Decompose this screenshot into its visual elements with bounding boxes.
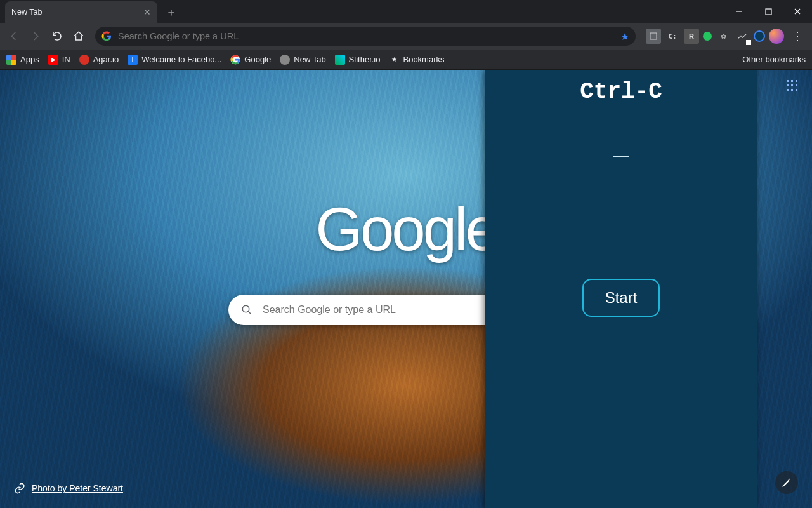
bookmark-label: Bookmarks <box>403 55 444 64</box>
bookmark-label: Slither.io <box>349 55 381 64</box>
extension-popup: Ctrl-C __ Start <box>485 70 757 508</box>
home-button[interactable] <box>70 27 88 45</box>
photo-credit-link[interactable]: Photo by Peter Stewart <box>32 483 123 493</box>
link-icon <box>14 483 25 494</box>
chrome-menu-button[interactable]: ⋮ <box>788 29 807 43</box>
bookmark-slither[interactable]: Slither.io <box>335 55 381 65</box>
new-tab-button[interactable]: ＋ <box>162 3 180 21</box>
globe-icon <box>280 55 290 65</box>
extension-icon-2[interactable]: C: <box>665 29 680 44</box>
bookmark-label: Welcome to Facebo... <box>141 55 221 64</box>
google-g-icon <box>102 31 112 41</box>
bookmark-label: New Tab <box>294 55 325 64</box>
svg-rect-4 <box>650 33 657 39</box>
maximize-button[interactable] <box>754 0 783 23</box>
pencil-icon <box>781 477 792 488</box>
extension-row: C: R ✿ ⋮ <box>646 29 807 44</box>
reload-button[interactable] <box>48 27 66 45</box>
bookmark-label: Apps <box>20 55 39 64</box>
svg-point-6 <box>242 305 249 312</box>
svg-line-7 <box>248 311 251 314</box>
youtube-icon: ▶ <box>48 55 58 65</box>
bookmark-facebook[interactable]: f Welcome to Facebo... <box>128 55 221 65</box>
tab-title: New Tab <box>11 8 143 17</box>
omnibox-input[interactable] <box>118 31 614 41</box>
bookmark-in[interactable]: ▶ IN <box>48 55 70 65</box>
popup-title: Ctrl-C <box>580 79 662 105</box>
close-tab-icon[interactable]: ✕ <box>143 7 151 17</box>
close-window-button[interactable] <box>783 0 812 23</box>
back-button[interactable] <box>5 27 23 45</box>
extension-icon-1[interactable] <box>646 29 661 44</box>
bookmark-apps[interactable]: Apps <box>6 55 39 65</box>
extension-icon-4[interactable] <box>703 32 712 41</box>
toolbar: ★ C: R ✿ ⋮ <box>0 23 812 50</box>
profile-avatar[interactable] <box>769 29 784 44</box>
star-icon: ★ <box>389 55 399 65</box>
bookmark-label: Google <box>244 55 271 64</box>
bookmark-google[interactable]: Google <box>230 55 271 65</box>
photo-credit: Photo by Peter Stewart <box>14 483 123 494</box>
browser-tab[interactable]: New Tab ✕ <box>5 1 157 23</box>
customize-button[interactable] <box>775 471 798 494</box>
slither-icon <box>335 55 345 65</box>
extension-icon-6[interactable] <box>735 29 750 44</box>
search-icon <box>241 304 252 316</box>
extension-icon-5[interactable]: ✿ <box>716 29 731 44</box>
bookmarks-bar: Apps ▶ IN Agar.io f Welcome to Facebo...… <box>0 50 812 70</box>
bookmark-newtab[interactable]: New Tab <box>280 55 325 65</box>
facebook-icon: f <box>128 55 138 65</box>
apps-icon <box>6 55 16 65</box>
extension-icon-ctrlc[interactable] <box>754 30 765 42</box>
bookmark-star-icon[interactable]: ★ <box>620 30 629 43</box>
bookmark-bookmarks[interactable]: ★ Bookmarks <box>389 55 444 65</box>
other-bookmarks[interactable]: Other bookmarks <box>742 55 806 64</box>
svg-rect-1 <box>766 9 771 15</box>
agario-icon <box>79 55 89 65</box>
extension-icon-3[interactable]: R <box>684 29 699 44</box>
google-logo: Google <box>315 194 497 264</box>
bookmark-label: IN <box>62 55 70 64</box>
popup-dash: __ <box>613 142 629 158</box>
bookmark-label: Agar.io <box>93 55 119 64</box>
omnibox[interactable]: ★ <box>95 27 636 46</box>
page-content: Google Photo by Peter Stewart Ctrl-C __ … <box>0 70 812 508</box>
forward-button[interactable] <box>27 27 44 45</box>
minimize-button[interactable] <box>724 0 754 23</box>
tab-strip: New Tab ✕ ＋ <box>0 0 812 23</box>
window-controls <box>724 0 812 23</box>
start-button[interactable]: Start <box>582 279 660 317</box>
google-apps-grid-icon[interactable] <box>785 79 798 91</box>
google-icon <box>230 55 240 65</box>
bookmark-agario[interactable]: Agar.io <box>79 55 119 65</box>
